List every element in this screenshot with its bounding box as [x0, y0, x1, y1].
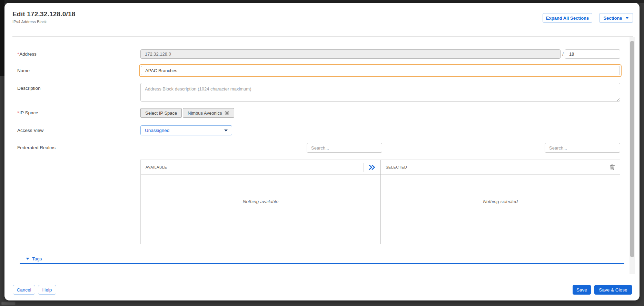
- save-and-close-button[interactable]: Save & Close: [594, 285, 632, 295]
- available-header-label: AVAILABLE: [146, 165, 167, 169]
- available-panel-body: Nothing available: [141, 175, 380, 244]
- address-label: *Address: [17, 49, 37, 59]
- selected-empty-text: Nothing selected: [483, 199, 518, 244]
- selected-panel-header: SELECTED: [381, 160, 620, 175]
- description-label: Description: [17, 85, 41, 92]
- tags-section-header[interactable]: Tags: [20, 254, 624, 264]
- name-input[interactable]: [141, 66, 620, 75]
- selected-search-input[interactable]: [545, 143, 620, 153]
- caret-down-icon: [625, 17, 629, 19]
- save-and-close-label: Save & Close: [599, 287, 627, 293]
- expand-all-sections-button[interactable]: Expand All Sections: [543, 13, 592, 23]
- cancel-label: Cancel: [17, 287, 31, 293]
- clear-selected-button[interactable]: [605, 163, 615, 172]
- sections-label: Sections: [603, 16, 622, 21]
- available-panel-header: AVAILABLE: [141, 160, 380, 175]
- required-marker: *: [17, 110, 19, 115]
- name-input-focus-ring: [139, 64, 622, 77]
- select-ip-space-label: Select IP Space: [145, 111, 177, 116]
- backdrop-obscured-content: [1, 302, 15, 305]
- save-button[interactable]: Save: [573, 285, 591, 295]
- dialog-title: Edit 172.32.128.0/18: [12, 10, 76, 18]
- double-chevron-right-icon: [368, 164, 376, 170]
- save-label: Save: [576, 287, 587, 293]
- select-ip-space-button[interactable]: Select IP Space: [140, 108, 182, 118]
- selected-header-label: SELECTED: [386, 165, 407, 169]
- remove-circle-x-icon[interactable]: [225, 111, 229, 115]
- ip-space-label: *IP Space: [17, 108, 38, 118]
- access-view-value: Unassigned: [145, 128, 169, 133]
- description-textarea[interactable]: [140, 83, 620, 102]
- backdrop-top-strip: [0, 0, 644, 3]
- tags-section-label: Tags: [32, 256, 42, 261]
- cancel-button[interactable]: Cancel: [13, 285, 35, 295]
- available-panel: AVAILABLE Nothing available: [141, 160, 381, 244]
- selected-panel: SELECTED Nothing selected: [381, 160, 620, 244]
- access-view-label: Access View: [17, 125, 43, 135]
- federated-realms-dual-list: AVAILABLE Nothing available SELECTED: [140, 160, 620, 244]
- triangle-down-icon: [26, 258, 29, 260]
- dialog-subtitle: IPv4 Address Block: [12, 20, 47, 24]
- available-empty-text: Nothing available: [243, 199, 279, 244]
- name-label: Name: [17, 64, 30, 77]
- address-input: [140, 49, 561, 59]
- help-button[interactable]: Help: [38, 285, 56, 295]
- cidr-input[interactable]: [565, 49, 620, 59]
- trash-icon: [610, 164, 615, 170]
- vertical-scrollbar[interactable]: [630, 37, 635, 274]
- federated-realms-label: Federated Realms: [17, 143, 56, 153]
- scrollbar-thumb[interactable]: [630, 41, 634, 257]
- caret-down-icon: [224, 130, 228, 132]
- selected-panel-body: Nothing selected: [381, 175, 620, 244]
- footer-divider: [4, 274, 640, 274]
- header-divider: [12, 36, 633, 37]
- required-marker: *: [17, 51, 19, 57]
- help-label: Help: [42, 287, 52, 293]
- available-search-input[interactable]: [307, 143, 382, 153]
- sections-dropdown-button[interactable]: Sections: [599, 13, 633, 23]
- expand-all-sections-label: Expand All Sections: [546, 16, 589, 21]
- move-all-right-button[interactable]: [363, 163, 376, 172]
- cidr-separator: /: [561, 49, 565, 59]
- backdrop-left-strip: [0, 0, 4, 76]
- ip-space-selected-chip[interactable]: Nimbus Aveonics: [183, 108, 234, 118]
- access-view-dropdown[interactable]: Unassigned: [140, 125, 232, 135]
- edit-address-block-dialog: Edit 172.32.128.0/18 IPv4 Address Block …: [4, 3, 640, 300]
- ip-space-chip-label: Nimbus Aveonics: [188, 111, 222, 116]
